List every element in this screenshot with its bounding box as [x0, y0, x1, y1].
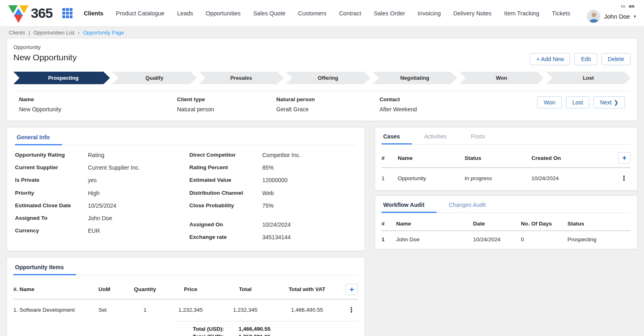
spacer [190, 215, 357, 221]
col-status: Status [465, 155, 531, 161]
logo-triangles-icon [8, 3, 29, 23]
case-number: 1 [382, 175, 398, 181]
case-status: In progress [465, 175, 531, 181]
breadcrumb-clients[interactable]: Clients [9, 30, 25, 36]
item-price: 1,232,345 [163, 307, 218, 313]
gi-label: Estimated Value [190, 177, 251, 184]
item-quantity: 1 [127, 307, 163, 313]
page-title: New Opportunity [13, 53, 77, 62]
general-info-right-column: Direct CompetitorCompetitor Inc. Rating … [190, 151, 357, 247]
gi-label: Direct Competitor [190, 151, 251, 159]
won-button[interactable]: Won [537, 96, 562, 108]
tab-changes-audit[interactable]: Changes Audit [447, 201, 498, 213]
wf-date: 10/24/2024 [473, 236, 521, 242]
gi-value: EUR [88, 227, 182, 234]
nav-item-invoicing[interactable]: Invoicing [418, 10, 441, 17]
opportunity-header-card: Opportunity New Opportunity + Add New Ed… [6, 38, 638, 121]
breadcrumb-opportunities-list[interactable]: Opportunities List [33, 30, 74, 36]
nav-item-opportunities[interactable]: Opportunities [206, 10, 241, 17]
field-contact-value: After Weekend [380, 106, 417, 113]
gi-value: 12000000 [262, 177, 357, 184]
col-number: # [382, 221, 396, 227]
stage-presales[interactable]: Presales [199, 72, 284, 84]
lang-ro[interactable]: ro [621, 4, 625, 9]
edit-button[interactable]: Edit [574, 53, 597, 65]
nav-item-leads[interactable]: Leads [177, 10, 193, 17]
items-table-header: #. Name UoM Quantity Price Total Total w… [13, 280, 358, 300]
next-stage-button[interactable]: Next❯ [593, 96, 625, 108]
language-switcher: ro en [621, 4, 636, 9]
field-name-label: Name [19, 96, 169, 102]
gi-value: Rating [88, 151, 182, 159]
add-case-button[interactable]: + [618, 152, 631, 164]
nav-item-customers[interactable]: Customers [298, 10, 326, 17]
avatar [587, 10, 600, 23]
nav-item-sales-quote[interactable]: Sales Quote [253, 10, 286, 17]
summary-fields: Name New Opportunity Client type Natural… [13, 91, 631, 121]
gi-value: Current Supplier Inc. [88, 164, 182, 171]
wf-status: Prospecting [567, 236, 631, 242]
gi-value: 10/24/2024 [262, 221, 357, 228]
workflow-table-header: # Name Date No. Of Days Status [382, 217, 631, 231]
col-days: No. Of Days [521, 221, 567, 227]
total-usd-value: 1,466,490.55 [239, 325, 271, 333]
add-new-button[interactable]: + Add New [530, 53, 570, 65]
gi-label: Close Probability [190, 202, 251, 209]
nav-item-item-tracking[interactable]: Item Tracking [504, 10, 540, 17]
table-row: 1 John Doe 10/24/2024 0 Prospecting [382, 231, 631, 246]
nav-item-delivery-notes[interactable]: Delivery Notes [453, 10, 491, 17]
opportunity-items-card: Opportunity Items #. Name UoM Quantity P… [6, 257, 365, 336]
total-usd-row: Total (USD): 1,466,490.55 [175, 325, 358, 333]
cases-card: Cases Activities Posts # Name Status Cre… [375, 127, 638, 191]
stage-won[interactable]: Won [459, 72, 544, 84]
tab-cases[interactable]: Cases [382, 132, 412, 145]
top-right-area: ro en John Doe ▾ [587, 4, 636, 23]
total-usd-label: Total (USD): [175, 325, 224, 333]
general-info-tabbar: General Info [15, 133, 356, 145]
stage-negotiating[interactable]: Negotiating [372, 72, 457, 84]
tab-general-info[interactable]: General Info [15, 133, 62, 145]
app-launcher-grid-icon[interactable] [62, 8, 73, 18]
chevron-right-icon: ❯ [614, 99, 618, 106]
row-menu-icon[interactable]: ⋮ [617, 174, 631, 183]
user-menu[interactable]: John Doe ▾ [587, 10, 636, 23]
field-client-type: Client type Natural person [177, 96, 276, 113]
nav-item-clients[interactable]: Clients [84, 10, 103, 17]
nav-item-tickets[interactable]: Tickets [552, 10, 570, 17]
title-block: Opportunity New Opportunity [13, 44, 77, 62]
nav-item-sales-order[interactable]: Sales Order [374, 10, 405, 17]
lost-button[interactable]: Lost [566, 96, 589, 108]
nav-item-contract[interactable]: Contract [339, 10, 361, 17]
gi-value: yes [88, 177, 182, 184]
col-name: Name [398, 155, 465, 161]
gi-label: Rating Percent [190, 164, 251, 171]
tab-workflow-audit[interactable]: Workflow Audit [382, 201, 437, 213]
col-date: Date [473, 221, 521, 227]
app-logo[interactable]: 365 [8, 3, 53, 23]
col-uom: UoM [98, 286, 127, 292]
workflow-audit-card: Workflow Audit Changes Audit # Name Date… [375, 196, 638, 249]
stage-prospecting[interactable]: Prospecting [17, 72, 110, 84]
gi-label: Exchange rate [190, 234, 251, 241]
delete-button[interactable]: Delete [601, 53, 631, 65]
add-item-button[interactable]: + [345, 284, 358, 295]
stage-lost[interactable]: Lost [546, 72, 631, 84]
stage-qualify[interactable]: Qualify [112, 72, 197, 84]
col-status: Status [567, 221, 631, 227]
gi-value: 345134144 [262, 234, 357, 241]
tab-activities[interactable]: Activities [422, 132, 458, 145]
main-nav: Clients Product Catalogue Leads Opportun… [84, 10, 570, 17]
gi-label: Assigned On [190, 221, 251, 228]
row-menu-icon[interactable]: ⋮ [345, 306, 358, 314]
stage-offering[interactable]: Offering [286, 72, 370, 84]
breadcrumb-current-page: Opportunity Page [83, 30, 124, 36]
nav-item-product-catalogue[interactable]: Product Catalogue [116, 10, 164, 17]
field-name: Name New Opportunity [19, 96, 177, 113]
col-quantity: Quantity [127, 286, 163, 292]
item-total: 1,232,345 [218, 307, 273, 313]
tab-posts[interactable]: Posts [469, 132, 497, 145]
top-bar: 365 Clients Product Catalogue Leads Oppo… [0, 0, 644, 27]
tab-opportunity-items[interactable]: Opportunity Items [13, 263, 76, 275]
table-row: 1 Opportunity In progress 10/24/2024 ⋮ [382, 168, 631, 189]
lang-en[interactable]: en [629, 4, 634, 9]
